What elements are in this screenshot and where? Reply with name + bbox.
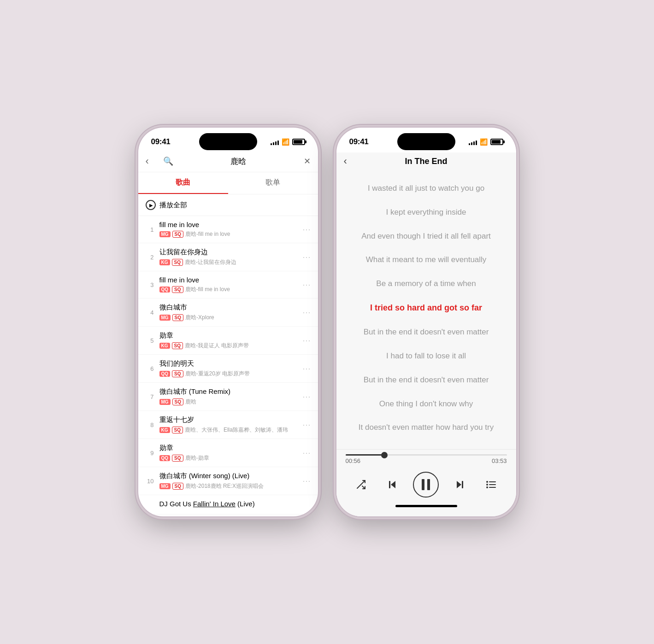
badge-sq: SQ	[172, 342, 183, 349]
play-pause-button[interactable]	[413, 472, 439, 498]
badge-mg: MG	[159, 231, 171, 237]
song-meta: MG SQ 鹿晗	[159, 398, 297, 406]
song-meta: KG SQ 鹿晗、大张伟、Ella陈嘉桦、刘敏涛、潘玮	[159, 426, 297, 434]
tab-songs[interactable]: 歌曲	[138, 172, 228, 194]
tab-playlist[interactable]: 歌单	[228, 172, 318, 194]
song-info: 让我留在你身边 KG SQ 鹿晗-让我留在你身边	[159, 248, 297, 266]
status-icons-2: 📶	[469, 138, 503, 146]
phone-1: 09:41 📶 ‹ 🔍 鹿晗 ✕ 歌曲 歌单	[138, 128, 318, 516]
song-artist: 鹿晗-2018鹿晗 RE:X巡回演唱会	[185, 482, 264, 490]
svg-point-13	[487, 487, 488, 488]
list-item[interactable]: 6 我们的明天 QQ SQ 鹿晗-重返20岁 电影原声带 ⋯	[138, 355, 318, 383]
home-indicator	[395, 505, 457, 507]
phone1-content: ‹ 🔍 鹿晗 ✕ 歌曲 歌单 ▶ 播放全部 1 fill me in love …	[138, 152, 318, 516]
lyric-back-button[interactable]: ‹	[344, 155, 358, 167]
lyrics-header: ‹ In The End	[336, 152, 516, 172]
next-button[interactable]	[450, 474, 470, 495]
list-item[interactable]: DJ Got Us Fallin' In Love (Live)	[138, 495, 318, 515]
song-info: 微白城市 MG SQ 鹿晗-Xplore	[159, 303, 297, 322]
search-icon[interactable]: 🔍	[163, 156, 173, 166]
list-item[interactable]: 10 微白城市 (Winter song) (Live) MG SQ 鹿晗-20…	[138, 467, 318, 495]
play-all-row[interactable]: ▶ 播放全部	[138, 194, 318, 216]
song-info: 微白城市 (Winter song) (Live) MG SQ 鹿晗-2018鹿…	[159, 472, 297, 490]
song-info: fill me in love QQ SQ 鹿晗-fill me in love	[159, 276, 297, 293]
list-item[interactable]: 8 重返十七岁 KG SQ 鹿晗、大张伟、Ella陈嘉桦、刘敏涛、潘玮 ⋯	[138, 411, 318, 439]
lyrics-scroll: I wasted it all just to watch you go I k…	[336, 172, 516, 449]
list-item[interactable]: 7 微白城市 (Tune Remix) MG SQ 鹿晗 ⋯	[138, 383, 318, 411]
more-button[interactable]: ⋯	[302, 420, 311, 430]
previous-button[interactable]	[382, 474, 402, 495]
song-number: 10	[146, 478, 154, 485]
badge-kg: KG	[159, 259, 170, 265]
badge-mg: MG	[159, 483, 171, 489]
song-artist: 鹿晗、大张伟、Ella陈嘉桦、刘敏涛、潘玮	[185, 426, 288, 434]
queue-button[interactable]	[481, 474, 501, 495]
more-button[interactable]: ⋯	[302, 224, 311, 234]
badge-qq: QQ	[159, 287, 171, 293]
song-meta: KG SQ 鹿晗-我是证人 电影原声带	[159, 342, 297, 350]
svg-marker-6	[457, 481, 461, 488]
progress-times: 00:56 03:53	[346, 457, 507, 464]
song-number: 2	[146, 254, 154, 261]
more-button[interactable]: ⋯	[302, 307, 311, 317]
song-meta: KG SQ 鹿晗-让我留在你身边	[159, 258, 297, 266]
song-info: 微白城市 (Tune Remix) MG SQ 鹿晗	[159, 387, 297, 406]
song-number: 3	[146, 281, 154, 288]
more-button[interactable]: ⋯	[302, 252, 311, 262]
badge-sq: SQ	[172, 398, 183, 405]
battery-icon-2	[490, 139, 503, 145]
progress-fill	[346, 454, 384, 456]
lyric-line: But in the end it doesn't even matter	[350, 320, 503, 344]
badge-sq: SQ	[172, 483, 183, 490]
svg-point-12	[487, 484, 488, 485]
dynamic-island	[199, 133, 257, 150]
progress-thumb	[381, 452, 388, 458]
wifi-icon: 📶	[282, 138, 289, 146]
song-list: 1 fill me in love MG SQ 鹿晗-fill me in lo…	[138, 216, 318, 516]
song-title: 勋章	[159, 331, 297, 340]
more-button[interactable]: ⋯	[302, 476, 311, 486]
shuffle-button[interactable]	[351, 474, 371, 495]
song-title: 微白城市 (Winter song) (Live)	[159, 472, 297, 480]
list-item[interactable]: 2 让我留在你身边 KG SQ 鹿晗-让我留在你身边 ⋯	[138, 243, 318, 271]
list-item[interactable]: 5 勋章 KG SQ 鹿晗-我是证人 电影原声带 ⋯	[138, 327, 318, 355]
song-artist: 鹿晗-fill me in love	[185, 286, 230, 293]
list-item[interactable]: 3 fill me in love QQ SQ 鹿晗-fill me in lo…	[138, 271, 318, 299]
song-artist: 鹿晗	[185, 398, 196, 406]
svg-point-11	[487, 481, 488, 482]
more-button[interactable]: ⋯	[302, 335, 311, 345]
lyric-line: It doesn't even matter how hard you try	[345, 416, 507, 439]
badge-sq: SQ	[172, 314, 183, 321]
song-info: 重返十七岁 KG SQ 鹿晗、大张伟、Ella陈嘉桦、刘敏涛、潘玮	[159, 416, 297, 434]
song-title: 让我留在你身边	[159, 248, 297, 257]
progress-track[interactable]	[346, 454, 507, 456]
song-title: 勋章	[159, 444, 297, 452]
song-artist: 鹿晗-让我留在你身边	[185, 258, 236, 266]
song-number: 8	[146, 422, 154, 428]
more-button[interactable]: ⋯	[302, 280, 311, 290]
signal-icon	[271, 139, 279, 145]
phone-2: 09:41 📶 ‹ In The End I wasted it all jus…	[336, 128, 516, 516]
song-artist: 鹿晗-Xplore	[185, 314, 214, 322]
more-button[interactable]: ⋯	[302, 448, 311, 458]
badge-kg: KG	[159, 427, 170, 433]
badge-sq: SQ	[172, 370, 183, 377]
badge-sq: SQ	[172, 259, 183, 266]
list-item[interactable]: 9 勋章 QQ SQ 鹿晗-勋章 ⋯	[138, 439, 318, 467]
close-button[interactable]: ✕	[304, 156, 311, 166]
svg-rect-4	[422, 479, 424, 490]
progress-bar-container: 00:56 03:53	[346, 454, 507, 464]
current-time: 00:56	[346, 457, 361, 464]
song-meta: MG SQ 鹿晗-fill me in love	[159, 230, 297, 238]
song-meta: QQ SQ 鹿晗-重返20岁 电影原声带	[159, 370, 297, 378]
list-item[interactable]: 1 fill me in love MG SQ 鹿晗-fill me in lo…	[138, 216, 318, 243]
song-number: 1	[146, 226, 154, 233]
list-item[interactable]: 4 微白城市 MG SQ 鹿晗-Xplore ⋯	[138, 299, 318, 327]
more-button[interactable]: ⋯	[302, 392, 311, 402]
svg-rect-7	[462, 481, 463, 488]
song-info: 勋章 QQ SQ 鹿晗-勋章	[159, 444, 297, 462]
badge-sq: SQ	[172, 455, 183, 462]
lyric-title: In The End	[358, 157, 495, 166]
more-button[interactable]: ⋯	[302, 363, 311, 374]
back-button[interactable]: ‹	[146, 155, 159, 167]
